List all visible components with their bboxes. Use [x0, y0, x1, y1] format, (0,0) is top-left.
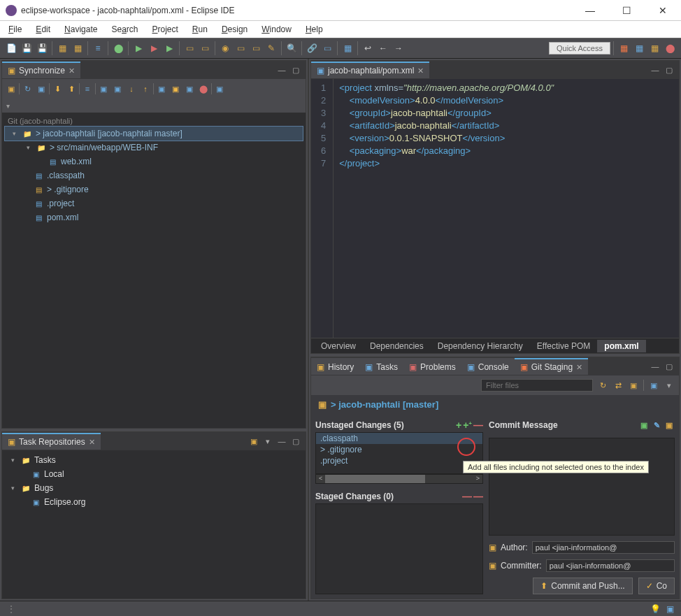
save-all-icon[interactable]: 💾 — [35, 41, 49, 55]
tasks-tab[interactable]: ▣ Tasks — [359, 358, 403, 375]
tab-effective-pom[interactable]: Effective POM — [530, 340, 597, 352]
close-icon[interactable]: ✕ — [69, 66, 75, 76]
sync-pull-icon[interactable]: ⬇ — [51, 83, 64, 95]
menu-window[interactable]: Window — [256, 23, 297, 36]
code-content[interactable]: <project xmlns="http://maven.apache.org/… — [334, 79, 559, 338]
open-type-icon[interactable]: ▭ — [249, 41, 263, 55]
add-selected-icon[interactable]: + — [456, 420, 461, 431]
server-icon[interactable]: ▭ — [182, 41, 196, 55]
commit-push-button[interactable]: ⬆ Commit and Push... — [533, 578, 632, 594]
sync-collapse-icon[interactable]: ▣ — [97, 83, 110, 95]
menu-navigate[interactable]: Navigate — [59, 23, 103, 36]
git-staging-tab[interactable]: ▣ Git Staging ✕ — [515, 358, 588, 375]
sync-up-icon[interactable]: ↑ — [139, 83, 152, 95]
build-icon[interactable]: ▦ — [55, 41, 69, 55]
repo-select-icon[interactable]: ▣ — [628, 380, 639, 391]
tree-file[interactable]: ▤ > .gitignore — [5, 182, 303, 196]
quick-access-field[interactable]: Quick Access — [549, 42, 610, 55]
staged-list[interactable] — [315, 503, 483, 594]
sync-opt-icon[interactable]: ▣ — [213, 83, 226, 95]
tab-dependencies[interactable]: Dependencies — [363, 340, 431, 352]
status-repo-icon[interactable]: ▣ — [666, 604, 674, 614]
sync-mode2-icon[interactable]: ▣ — [169, 83, 182, 95]
forward-icon[interactable]: ← — [376, 41, 390, 55]
arrow-down-icon[interactable]: ▾ — [8, 457, 17, 464]
new-server-icon[interactable]: ▭ — [198, 41, 212, 55]
run-ext-icon[interactable]: ▶ — [147, 41, 161, 55]
coverage-icon[interactable]: ▶ — [162, 41, 176, 55]
menu-run[interactable]: Run — [187, 23, 213, 36]
sync-push-icon[interactable]: ⬆ — [65, 83, 78, 95]
unstage-selected-icon[interactable]: — — [462, 491, 472, 502]
unstaged-list[interactable]: .classpath > .gitignore .project — [315, 432, 483, 474]
status-handle-icon[interactable]: ⋮ — [7, 604, 15, 614]
unstaged-scrollbar[interactable]: < > — [315, 474, 483, 484]
minimize-view-icon[interactable]: — — [650, 361, 661, 372]
tab-dependency-hierarchy[interactable]: Dependency Hierarchy — [431, 340, 530, 352]
add-all-icon[interactable]: ++ — [463, 420, 472, 431]
history-tab[interactable]: ▣ History — [311, 358, 359, 375]
sync-repo-icon[interactable]: ▣ — [5, 83, 17, 95]
perspective-java-icon[interactable]: ▦ — [632, 41, 646, 55]
problems-tab[interactable]: ▣ Problems — [403, 358, 461, 375]
list-icon[interactable]: ≡ — [91, 41, 105, 55]
sync-mode1-icon[interactable]: ▣ — [155, 83, 168, 95]
minimize-view-icon[interactable]: — — [276, 64, 287, 76]
editor-tab[interactable]: ▣ jacob-naphtali/pom.xml ✕ — [311, 62, 429, 78]
tab-overview[interactable]: Overview — [314, 340, 363, 352]
sync-pin-icon[interactable]: ▣ — [35, 83, 48, 95]
close-button[interactable]: ✕ — [650, 2, 675, 19]
back-icon[interactable]: ↩ — [361, 41, 375, 55]
tip-icon[interactable]: 💡 — [650, 604, 661, 614]
compare-icon[interactable]: ⇄ — [612, 380, 624, 391]
commit-message-textarea[interactable] — [489, 438, 675, 536]
commit-button[interactable]: ✓ Co — [638, 578, 675, 594]
wizard-icon[interactable]: ▦ — [71, 41, 85, 55]
author-input[interactable] — [532, 541, 675, 554]
pin-icon[interactable]: ▭ — [320, 41, 334, 55]
sync-down-icon[interactable]: ↓ — [125, 83, 138, 95]
refresh-icon[interactable]: ↻ — [597, 380, 608, 391]
sync-list-icon[interactable]: ≡ — [81, 83, 94, 95]
layout-icon[interactable]: ▣ — [648, 380, 659, 391]
minimize-view-icon[interactable]: — — [276, 436, 287, 447]
maximize-button[interactable]: ☐ — [614, 2, 639, 19]
minimize-button[interactable]: — — [578, 2, 603, 19]
list-item[interactable]: .project — [316, 455, 482, 466]
toggle-icon[interactable]: ▦ — [340, 41, 354, 55]
maximize-view-icon[interactable]: ▢ — [664, 361, 675, 372]
arrow-down-icon[interactable]: ▾ — [23, 144, 33, 151]
new-task-icon[interactable]: ▣ — [248, 436, 259, 447]
maximize-view-icon[interactable]: ▢ — [290, 436, 301, 447]
new-pkg-icon[interactable]: ◉ — [218, 41, 232, 55]
maximize-view-icon[interactable]: ▢ — [664, 64, 675, 76]
list-item[interactable]: .classpath — [316, 433, 482, 444]
perspective-jee-icon[interactable]: ▦ — [647, 41, 661, 55]
chevron-down-icon[interactable]: ▾ — [6, 102, 10, 110]
debug-icon[interactable]: ⬤ — [111, 41, 125, 55]
run-icon[interactable]: ▶ — [131, 41, 145, 55]
sync-stop-icon[interactable]: ⬤ — [197, 83, 210, 95]
tree-file[interactable]: ▤ .project — [5, 196, 303, 210]
amend-icon[interactable]: ▣ — [638, 420, 650, 431]
tab-pom-xml[interactable]: pom.xml — [597, 340, 645, 352]
sync-refresh-icon[interactable]: ↻ — [21, 83, 34, 95]
tree-file[interactable]: ▤ .classpath — [5, 169, 303, 182]
minimize-view-icon[interactable]: — — [650, 64, 661, 76]
open-type-edit-icon[interactable]: ✎ — [264, 41, 278, 55]
sync-expand-icon[interactable]: ▣ — [111, 83, 124, 95]
link-icon[interactable]: 🔗 — [305, 41, 319, 55]
committer-input[interactable] — [546, 559, 675, 572]
filter-files-input[interactable] — [481, 379, 593, 392]
list-item[interactable]: > .gitignore — [316, 444, 482, 455]
synchronize-tab[interactable]: ▣ Synchronize ✕ — [2, 62, 80, 78]
unstage-all-icon[interactable]: — — [473, 491, 483, 502]
menu-design[interactable]: Design — [216, 23, 253, 36]
arrow-down-icon[interactable]: ▾ — [8, 485, 17, 492]
menu-project[interactable]: Project — [146, 23, 183, 36]
menu-help[interactable]: Help — [300, 23, 329, 36]
menu-search[interactable]: Search — [106, 23, 143, 36]
tree-file[interactable]: ▤ web.xml — [5, 155, 303, 169]
close-icon[interactable]: ✕ — [89, 438, 95, 447]
new-class-icon[interactable]: ▭ — [234, 41, 248, 55]
